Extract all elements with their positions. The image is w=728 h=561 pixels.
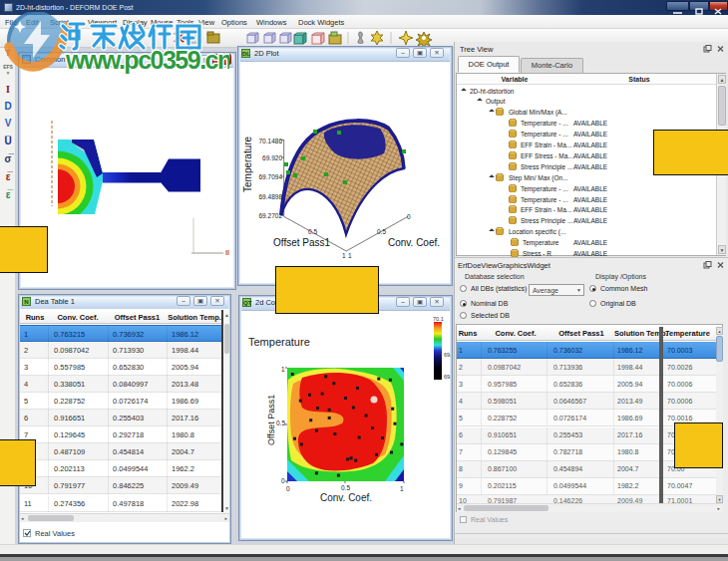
svg-text:70.1: 70.1: [433, 316, 444, 322]
svg-text:Temperature: Temperature: [248, 336, 310, 348]
svg-text:0.5: 0.5: [341, 484, 350, 491]
svg-text:Conv. Coef.: Conv. Coef.: [320, 492, 372, 503]
svg-text:70.1486: 70.1486: [259, 138, 283, 144]
svg-text:69.3: 69.3: [444, 374, 451, 380]
svg-text:Conv. Coef.: Conv. Coef.: [388, 237, 440, 248]
svg-text:69.7: 69.7: [444, 352, 451, 358]
svg-text:0.5: 0.5: [377, 228, 386, 235]
svg-text:69.7094: 69.7094: [259, 173, 283, 180]
svg-text:Offset Pass1: Offset Pass1: [273, 237, 331, 248]
svg-text:1: 1: [342, 252, 346, 259]
svg-text:0.5: 0.5: [276, 420, 285, 426]
svg-text:1: 1: [348, 252, 352, 259]
svg-text:69.4898: 69.4898: [259, 193, 283, 200]
svg-text:Temperature: Temperature: [242, 136, 253, 192]
svg-text:69.920: 69.920: [262, 154, 282, 161]
svg-text:0.5: 0.5: [308, 228, 317, 235]
svg-text:0: 0: [281, 477, 285, 484]
svg-text:69.2702: 69.2702: [259, 212, 283, 219]
svg-text:1: 1: [400, 485, 404, 492]
svg-text:Offset Pass1: Offset Pass1: [266, 395, 276, 445]
svg-text:1: 1: [281, 366, 285, 373]
svg-text:0: 0: [407, 213, 411, 220]
svg-text:www.pc0359.cn: www.pc0359.cn: [65, 46, 229, 74]
svg-text:0: 0: [286, 485, 290, 492]
